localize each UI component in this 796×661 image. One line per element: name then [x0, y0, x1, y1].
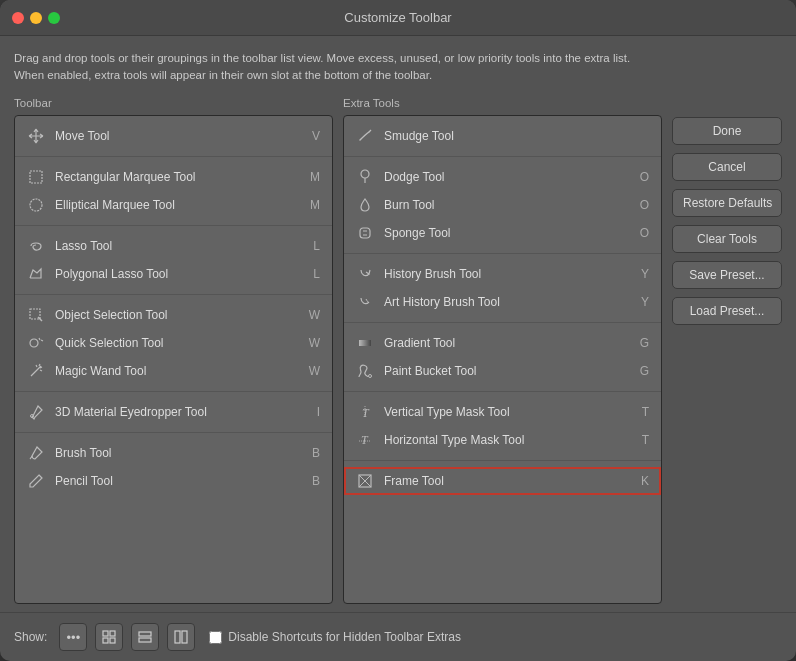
- list-item[interactable]: Pencil Tool B: [15, 467, 332, 495]
- svg-rect-18: [103, 638, 108, 643]
- tool-name: Burn Tool: [384, 198, 630, 212]
- tool-group-marquee: Rectangular Marquee Tool M Elliptical Ma…: [15, 157, 332, 226]
- maximize-button[interactable]: [48, 12, 60, 24]
- list-item[interactable]: Sponge Tool O: [344, 219, 661, 247]
- extra-group-dodge: Dodge Tool O Burn Tool O: [344, 157, 661, 254]
- description-text: Drag and drop tools or their groupings i…: [14, 50, 654, 85]
- object-select-icon: [27, 306, 45, 324]
- svg-point-4: [31, 414, 34, 417]
- tool-group-selection: Object Selection Tool W Quick Selection …: [15, 295, 332, 392]
- tool-shortcut: O: [640, 226, 649, 240]
- list-item[interactable]: 3D Material Eyedropper Tool I: [15, 398, 332, 426]
- rect-marquee-icon: [27, 168, 45, 186]
- tool-shortcut: Y: [641, 267, 649, 281]
- svg-rect-20: [139, 632, 151, 636]
- tool-shortcut: T: [642, 433, 649, 447]
- extra-tools-label: Extra Tools: [343, 97, 662, 109]
- disable-shortcuts-checkbox[interactable]: [209, 631, 222, 644]
- tool-shortcut: W: [309, 308, 320, 322]
- svg-rect-22: [175, 631, 180, 643]
- cancel-button[interactable]: Cancel: [672, 153, 782, 181]
- clear-tools-button[interactable]: Clear Tools: [672, 225, 782, 253]
- list-item[interactable]: Polygonal Lasso Tool L: [15, 260, 332, 288]
- list-item[interactable]: History Brush Tool Y: [344, 260, 661, 288]
- tool-name: Brush Tool: [55, 446, 302, 460]
- poly-lasso-icon: [27, 265, 45, 283]
- main-window: Customize Toolbar Drag and drop tools or…: [0, 0, 796, 661]
- svg-point-3: [30, 339, 38, 347]
- close-button[interactable]: [12, 12, 24, 24]
- svg-point-5: [361, 170, 369, 178]
- svg-point-1: [30, 199, 42, 211]
- tool-group-lasso: Lasso Tool L Polygonal Lasso Tool L: [15, 226, 332, 295]
- list-item[interactable]: Art History Brush Tool Y: [344, 288, 661, 316]
- content-area: Drag and drop tools or their groupings i…: [0, 36, 796, 604]
- list-item[interactable]: Quick Selection Tool W: [15, 329, 332, 357]
- save-preset-button[interactable]: Save Preset...: [672, 261, 782, 289]
- show-list-button[interactable]: [131, 623, 159, 651]
- show-columns-button[interactable]: [167, 623, 195, 651]
- list-item[interactable]: Brush Tool B: [15, 439, 332, 467]
- show-view-button[interactable]: [95, 623, 123, 651]
- svg-rect-6: [360, 228, 370, 238]
- svg-rect-0: [30, 171, 42, 183]
- tool-name: 3D Material Eyedropper Tool: [55, 405, 307, 419]
- minimize-button[interactable]: [30, 12, 42, 24]
- tool-group-brush: Brush Tool B Pencil Tool B: [15, 433, 332, 501]
- toolbar-list[interactable]: Move Tool V Rectangular Marquee Tool M: [14, 115, 333, 605]
- list-item[interactable]: Paint Bucket Tool G: [344, 357, 661, 385]
- svg-rect-21: [139, 638, 151, 642]
- tool-name: Paint Bucket Tool: [384, 364, 630, 378]
- toolbar-label: Toolbar: [14, 97, 333, 109]
- extra-tools-panel: Extra Tools Smudge Tool: [343, 97, 662, 605]
- list-item[interactable]: Magic Wand Tool W: [15, 357, 332, 385]
- list-item-frame[interactable]: Frame Tool K: [344, 467, 661, 495]
- eyedropper-icon: [27, 403, 45, 421]
- list-item[interactable]: Lasso Tool L: [15, 232, 332, 260]
- svg-text:T: T: [361, 433, 369, 447]
- tool-shortcut: I: [317, 405, 320, 419]
- tool-shortcut: G: [640, 364, 649, 378]
- tool-name: Rectangular Marquee Tool: [55, 170, 300, 184]
- tool-shortcut: O: [640, 198, 649, 212]
- svg-rect-17: [110, 631, 115, 636]
- tool-shortcut: V: [312, 129, 320, 143]
- tool-name: Move Tool: [55, 129, 302, 143]
- extra-tools-list[interactable]: Smudge Tool Dodge Tool O: [343, 115, 662, 605]
- gradient-icon: [356, 334, 374, 352]
- tool-name: Object Selection Tool: [55, 308, 299, 322]
- show-more-button[interactable]: •••: [59, 623, 87, 651]
- list-item[interactable]: Burn Tool O: [344, 191, 661, 219]
- list-item[interactable]: Dodge Tool O: [344, 163, 661, 191]
- list-item[interactable]: Gradient Tool G: [344, 329, 661, 357]
- tool-shortcut: K: [641, 474, 649, 488]
- tool-shortcut: T: [642, 405, 649, 419]
- svg-rect-16: [103, 631, 108, 636]
- tool-name: Magic Wand Tool: [55, 364, 299, 378]
- tool-shortcut: L: [313, 239, 320, 253]
- list-item[interactable]: Rectangular Marquee Tool M: [15, 163, 332, 191]
- list-item[interactable]: Move Tool V: [15, 122, 332, 150]
- tool-name: Quick Selection Tool: [55, 336, 299, 350]
- restore-defaults-button[interactable]: Restore Defaults: [672, 189, 782, 217]
- list-item[interactable]: T Vertical Type Mask Tool T: [344, 398, 661, 426]
- sponge-icon: [356, 224, 374, 242]
- svg-point-8: [369, 374, 372, 377]
- disable-shortcuts-label[interactable]: Disable Shortcuts for Hidden Toolbar Ext…: [209, 630, 461, 644]
- list-item[interactable]: Object Selection Tool W: [15, 301, 332, 329]
- done-button[interactable]: Done: [672, 117, 782, 145]
- frame-icon: [356, 472, 374, 490]
- extra-group-gradient: Gradient Tool G Paint Bucket Tool G: [344, 323, 661, 392]
- load-preset-button[interactable]: Load Preset...: [672, 297, 782, 325]
- list-item[interactable]: T Horizontal Type Mask Tool T: [344, 426, 661, 454]
- quick-select-icon: [27, 334, 45, 352]
- extra-group-type-mask: T Vertical Type Mask Tool T T Horizontal…: [344, 392, 661, 461]
- tool-name: Lasso Tool: [55, 239, 303, 253]
- tool-group-eyedropper: 3D Material Eyedropper Tool I: [15, 392, 332, 433]
- svg-rect-7: [359, 340, 371, 346]
- list-item[interactable]: Smudge Tool: [344, 122, 661, 150]
- tool-name: Horizontal Type Mask Tool: [384, 433, 632, 447]
- list-item[interactable]: Elliptical Marquee Tool M: [15, 191, 332, 219]
- dodge-icon: [356, 168, 374, 186]
- tool-shortcut: W: [309, 364, 320, 378]
